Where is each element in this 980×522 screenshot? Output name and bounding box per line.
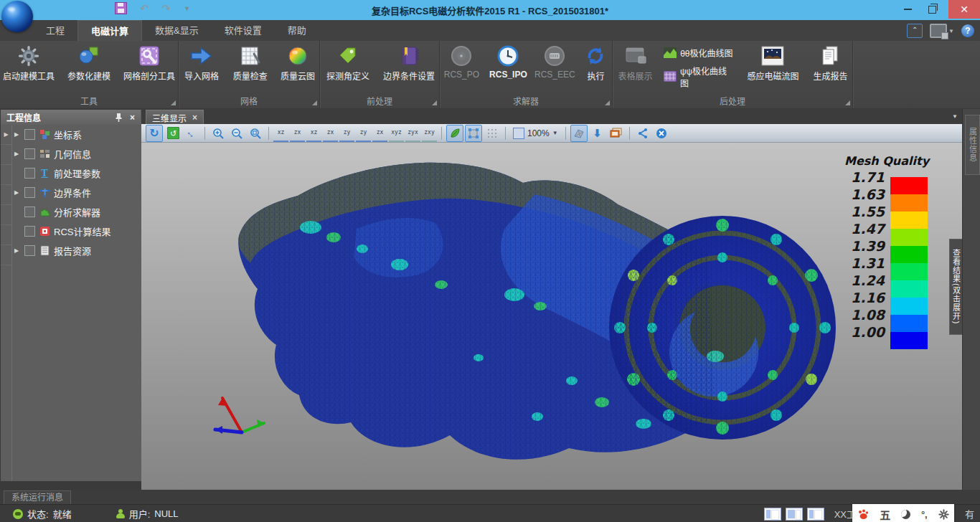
panel-close-icon[interactable]: × [130,113,135,123]
tab-project[interactable]: 工程 [33,20,77,41]
checkbox[interactable] [24,129,35,140]
group-dialog-launcher-icon[interactable] [605,100,610,105]
close-view-button[interactable] [653,125,670,142]
psi-curve-button[interactable]: ψψ极化曲线图 [664,65,735,89]
checkbox[interactable] [24,245,35,256]
layout-left-panel-button[interactable] [764,508,781,521]
launch-modeling-tool-button[interactable]: 启动建模工具 [0,42,57,95]
ime-settings-gear-icon[interactable] [938,509,949,520]
tab-overflow-caret-icon[interactable]: ▼ [952,113,958,120]
view-orientation-button[interactable]: zyx [405,125,420,142]
points-display-button[interactable] [484,125,501,142]
tab-data-display[interactable]: 数据&显示 [142,20,212,41]
tree-item-coordinate-system[interactable]: ▶ 坐标系 [12,125,141,144]
theta-curve-button[interactable]: θθ极化曲线图 [664,47,735,59]
orbit-button[interactable]: ↺ [164,125,182,142]
zoom-in-icon [212,128,224,139]
checkbox[interactable] [24,207,35,217]
smooth-shading-button[interactable] [446,125,463,142]
zoom-fit-button[interactable] [247,125,264,142]
import-mesh-button[interactable]: 导入网格 [179,42,225,95]
view-orientation-button[interactable]: xz [306,125,321,142]
tab-3d-display[interactable]: 三维显示 × [146,110,204,125]
boundary-settings-button[interactable]: 边界条件设置 [379,42,439,95]
surface-icon [468,128,479,139]
ime-paw-icon[interactable] [857,509,869,520]
help-button[interactable]: ? [961,24,974,37]
restore-icon [928,6,936,14]
tree-item-rcs-results[interactable]: RCS计算结果 [12,222,141,241]
group-dialog-launcher-icon[interactable] [171,100,176,105]
checkbox[interactable] [24,148,35,159]
ime-wubi-mode[interactable]: 五 [880,507,890,522]
mesh-display-button[interactable] [570,125,588,142]
induced-current-map-button[interactable]: 感应电磁流图 [740,42,806,95]
view-orientation-button[interactable]: zx [323,125,338,142]
tab-help[interactable]: 帮助 [275,20,319,41]
quality-cloudmap-button[interactable]: 质量云图 [276,42,319,95]
app-logo[interactable] [1,1,33,32]
view-orientation-button[interactable]: xz [273,125,288,142]
view-orientation-button[interactable]: zx [372,125,387,142]
tree-item-solver[interactable]: 分析求解器 [12,202,141,222]
group-dialog-launcher-icon[interactable] [432,100,437,105]
checkbox[interactable] [24,187,35,198]
pan-button[interactable]: ↔ [183,125,200,142]
zoom-level-combo[interactable]: 100% ▼ [510,128,561,139]
expander-icon[interactable]: ▶ [12,131,21,138]
rcs-ipo-button[interactable]: RCS_IPO [486,42,530,95]
view-orientation-button[interactable]: zy [339,125,354,142]
layout-split-panel-button[interactable] [786,508,803,521]
properties-tab[interactable]: 属性信息 [965,115,980,175]
system-messages-tab[interactable]: 系统运行消息 [4,490,71,504]
tab-software-settings[interactable]: 软件设置 [212,20,275,41]
surface-select-button[interactable] [465,125,482,142]
restore-button[interactable] [921,0,943,19]
view-orientation-button[interactable]: xyz [389,125,404,142]
legend-band [890,280,928,298]
ime-fullhalf-icon[interactable] [901,510,910,519]
expander-icon[interactable]: ▶ [12,189,21,196]
tab-close-icon[interactable]: × [192,113,197,123]
quality-check-button[interactable]: 质量检查 [227,42,273,95]
probe-angle-button[interactable]: 探测角定义 [320,42,376,95]
display-style-button[interactable]: ▼ [930,24,954,38]
collapse-ribbon-button[interactable]: ⌃ [907,24,923,38]
share-view-button[interactable] [634,125,651,142]
copyright-text-right: 有 [965,507,974,521]
move-down-button[interactable]: ⬇ [589,125,606,142]
tab-em-computation[interactable]: 电磁计算 [77,20,142,41]
generate-report-button[interactable]: 生成报告 [809,42,852,95]
zoom-in-button[interactable] [209,125,227,142]
parametric-modeling-button[interactable]: 参数化建模 [60,42,118,95]
viewport-3d[interactable]: Mesh Quality 1.71 1.63 1.55 1.47 1.39 1.… [141,143,962,490]
group-dialog-launcher-icon[interactable] [312,100,317,105]
view-results-tab[interactable]: 查看结果(双击展开) [949,239,962,335]
close-button[interactable]: ✕ [948,0,980,19]
tree-item-report-resources[interactable]: ▶ 报告资源 [12,241,141,260]
checkbox[interactable] [24,226,35,237]
ime-punctuation-icon[interactable]: °, [921,509,928,520]
checkbox[interactable] [24,168,35,179]
minimize-button[interactable] [897,0,918,19]
layout-bottom-panel-button[interactable] [807,508,824,521]
view-orientation-button[interactable]: zy [356,125,371,142]
mesh-partition-tool-button[interactable]: 网格剖分工具 [121,42,178,95]
rotate-view-button[interactable]: ↻ [146,125,163,142]
execute-button[interactable]: 执行 [580,42,612,95]
expander-icon[interactable]: ▶ [12,247,21,254]
document-tab-bar: 三维显示 × ▼ [141,109,962,125]
sphere-cube-icon [77,44,100,67]
gutter-arrow-icon[interactable]: ▶ [4,131,8,138]
view-orientation-button[interactable]: zxy [422,125,437,142]
tree-item-boundary-conditions[interactable]: ▶ 边界条件 [12,183,141,202]
pin-icon[interactable] [115,113,123,122]
expander-icon[interactable]: ▶ [12,151,21,157]
mesh-model [141,143,962,490]
layers-button[interactable] [608,125,625,142]
view-orientation-button[interactable]: zx [290,125,305,142]
tree-item-geometry-info[interactable]: ▶ 几何信息 [12,144,141,163]
zoom-out-button[interactable] [228,125,245,142]
tree-item-preprocess-params[interactable]: T 前处理参数 [12,163,141,183]
group-dialog-launcher-icon[interactable] [845,100,850,105]
